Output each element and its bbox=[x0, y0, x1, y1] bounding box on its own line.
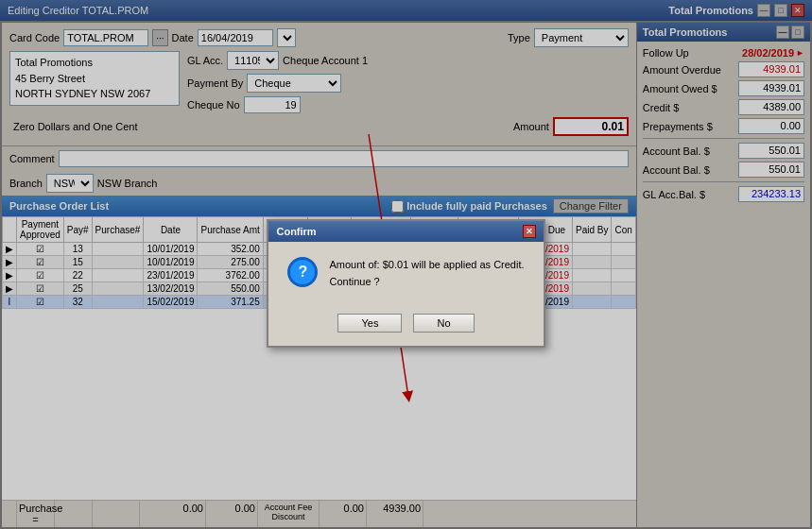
dialog-close-button[interactable]: ✕ bbox=[523, 225, 536, 238]
dialog-buttons: Yes No bbox=[268, 306, 543, 346]
dialog-no-button[interactable]: No bbox=[413, 314, 474, 333]
dialog-title-bar: Confirm ✕ bbox=[268, 221, 543, 242]
dialog-overlay: Confirm ✕ ? Amount of: $0.01 will be app… bbox=[0, 0, 812, 529]
dialog-message-line2: Continue ? bbox=[329, 276, 379, 287]
dialog-message: Amount of: $0.01 will be applied as Cred… bbox=[329, 257, 524, 290]
dialog-title-text: Confirm bbox=[276, 226, 316, 237]
dialog-yes-button[interactable]: Yes bbox=[337, 314, 402, 333]
dialog-message-line1: Amount of: $0.01 will be applied as Cred… bbox=[329, 259, 524, 270]
dialog-info-icon: ? bbox=[287, 257, 318, 287]
dialog-content: ? Amount of: $0.01 will be applied as Cr… bbox=[268, 242, 543, 305]
confirm-dialog: Confirm ✕ ? Amount of: $0.01 will be app… bbox=[267, 219, 544, 347]
